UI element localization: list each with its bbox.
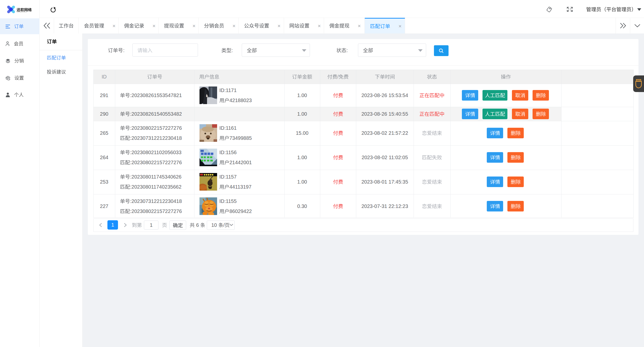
- svg-text:XunRuanNetwork: XunRuanNetwork: [17, 11, 27, 13]
